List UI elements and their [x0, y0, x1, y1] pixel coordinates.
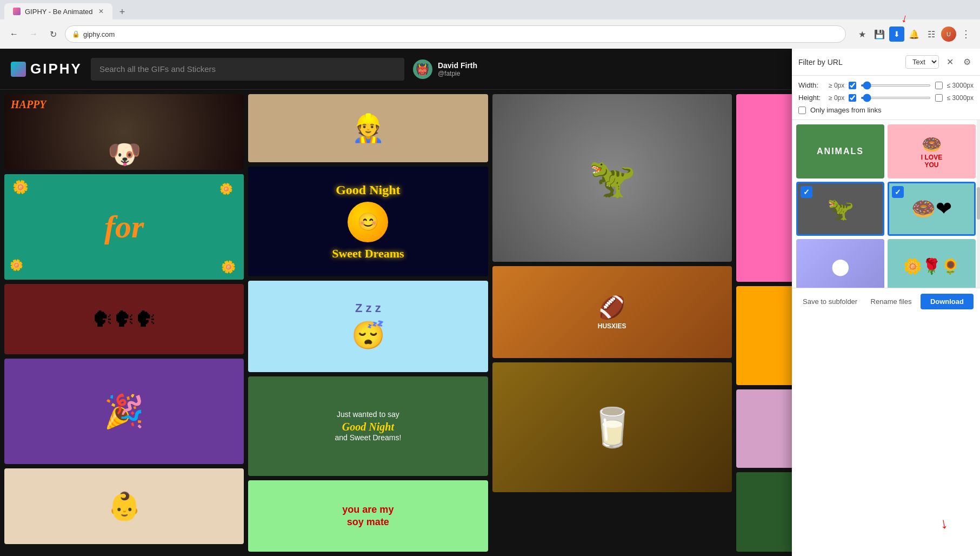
panel-scrollbar[interactable]: [977, 120, 980, 288]
save-page-button[interactable]: 💾: [872, 27, 887, 42]
search-bar[interactable]: Search all the GIFs and Stickers: [91, 58, 404, 81]
panel-image-4[interactable]: 🍩❤ ✓: [888, 182, 976, 236]
turkey-dog-emoji-img: 🦖: [827, 196, 854, 222]
crowd-emoji: 🗣🗣🗣: [92, 307, 157, 332]
user-name: David Firth: [438, 61, 477, 70]
browser-chrome: GIPHY - Be Animated ✕ + ← → ↻ 🔒 giphy.co…: [0, 0, 980, 49]
gif-item-crowd[interactable]: 🗣🗣🗣: [4, 284, 244, 354]
only-links-label: Only images from links: [810, 106, 881, 114]
nav-bar: ← → ↻ 🔒 giphy.com ★ 💾 ⬇ ↓ 🔔 ☷ U ⋮: [0, 19, 980, 49]
width-checkbox[interactable]: [849, 82, 856, 89]
download-button[interactable]: Download: [921, 294, 974, 309]
height-max-checkbox[interactable]: [935, 94, 943, 102]
panel-scrollbar-thumb: [977, 187, 980, 220]
pimg2-bg: 🍩 I LOVE YOU: [888, 124, 976, 178]
gif-item-sleep[interactable]: Z z z 😴: [248, 281, 488, 372]
panel-image-6[interactable]: 🌼🌹🌻: [888, 239, 976, 288]
moon-circle: 😊: [348, 202, 388, 242]
good-night-label: Good Night: [342, 421, 394, 433]
gif-item-basketball[interactable]: 🏈 HUSXIES: [492, 266, 732, 358]
flowers-emoji-img: 🌼🌹🌻: [903, 257, 960, 275]
height-slider[interactable]: [861, 97, 930, 99]
user-profile-button[interactable]: U: [941, 27, 956, 42]
width-filter-row: Width: ≥ 0px ≤ 3000px: [798, 81, 974, 89]
youaremy-text: you are mysoy mate: [342, 504, 394, 529]
height-checkbox[interactable]: [849, 94, 856, 102]
forward-button[interactable]: →: [26, 27, 41, 42]
back-button[interactable]: ←: [6, 27, 22, 42]
giphy-logo[interactable]: GIPHY: [11, 61, 82, 77]
panel-image-1[interactable]: ANIMALS: [796, 124, 884, 178]
donut-love-emoji-img: 🍩❤: [911, 197, 952, 220]
giphy-site: GIPHY Search all the GIFs and Stickers 👹…: [0, 49, 980, 556]
panel-filters: Width: ≥ 0px ≤ 3000px Height: ≥ 0px ≤ 30…: [792, 76, 980, 120]
panel-image-3[interactable]: 🦖 ✓: [796, 182, 884, 236]
width-slider[interactable]: [861, 84, 930, 87]
notifications-button[interactable]: 🔔: [906, 27, 922, 42]
gif-item-happy[interactable]: 🐶 HAPPY: [4, 94, 244, 170]
tab-close[interactable]: ✕: [98, 8, 104, 15]
width-label: Width:: [798, 81, 824, 89]
panel-header: Filter by URL Text ✕ ⚙: [792, 49, 980, 76]
animals-text-img: ANIMALS: [817, 147, 864, 156]
donut-emoji-img: 🍩: [922, 135, 942, 154]
new-tab-btn[interactable]: +: [115, 4, 130, 19]
filter-label: Filter by URL: [798, 58, 901, 67]
gif-column-2: 👷 Good Night 😊 Sweet Dreams Z z z 😴 Just…: [248, 94, 488, 552]
panel-image-2[interactable]: 🍩 I LOVE YOU: [888, 124, 976, 178]
menu-button[interactable]: ⋮: [958, 27, 974, 42]
goodnight-text: Good Night: [336, 183, 400, 197]
gif-column-3: 🦖 🏈 HUSXIES 🥛: [492, 94, 732, 552]
gif-item-baby[interactable]: 👶: [4, 468, 244, 544]
img3-check: ✓: [801, 186, 812, 198]
search-placeholder: Search all the GIFs and Stickers: [99, 64, 216, 74]
gif-column-1: 🐶 HAPPY 🌼 🌼 🌼 🌼 for 🗣🗣🗣 🎉: [4, 94, 244, 552]
gif-item-just-wanted[interactable]: Just wanted to say Good Night and Sweet …: [248, 376, 488, 476]
z-letters: Z z z: [355, 301, 381, 315]
panel-footer: Save to subfolder Rename files Download: [792, 288, 980, 315]
panel-image-grid: ANIMALS 🍩 I LOVE YOU 🦖 ✓: [792, 120, 980, 288]
main-content: GIPHY Search all the GIFs and Stickers 👹…: [0, 49, 980, 556]
gif-item-goodnight[interactable]: Good Night 😊 Sweet Dreams: [248, 167, 488, 276]
gif-item-turkey-dog[interactable]: 🦖: [492, 94, 732, 262]
tab-bar: GIPHY - Be Animated ✕ +: [0, 0, 980, 19]
partial-shape: ⬤: [831, 257, 850, 276]
flowers-decor2: 🌼: [219, 182, 233, 195]
user-handle: @fatpie: [438, 70, 477, 77]
gif-item-turkey-roast[interactable]: 🥛: [492, 362, 732, 492]
turkey-roast-emoji: 🥛: [589, 405, 636, 449]
width-max-checkbox[interactable]: [935, 82, 943, 89]
sidebar-button[interactable]: ☷: [924, 27, 939, 42]
panel-settings-button[interactable]: ⚙: [961, 56, 974, 69]
party-dog-emoji: 🎉: [104, 392, 144, 431]
overlay-panel: Filter by URL Text ✕ ⚙ Width: ≥ 0px ≤ 30…: [792, 49, 980, 556]
rename-files-button[interactable]: Rename files: [866, 294, 916, 309]
panel-close-button[interactable]: ✕: [943, 56, 956, 69]
gif-item-party-dog[interactable]: 🎉: [4, 359, 244, 464]
only-links-checkbox[interactable]: [798, 107, 806, 114]
address-bar[interactable]: 🔒 giphy.com: [65, 25, 846, 43]
save-subfolder-button[interactable]: Save to subfolder: [798, 294, 862, 309]
gif-item-youaremy[interactable]: you are mysoy mate: [248, 480, 488, 552]
filter-type-select[interactable]: Text: [905, 55, 939, 69]
active-tab[interactable]: GIPHY - Be Animated ✕: [4, 3, 112, 19]
panel-image-5[interactable]: ⬤: [796, 239, 884, 288]
turkey-dog-emoji: 🦖: [589, 156, 636, 200]
gif-item-old-woman[interactable]: 👷: [248, 94, 488, 162]
huskies-text: HUSXIES: [598, 322, 626, 330]
bookmark-button[interactable]: ★: [855, 27, 870, 42]
gif-item-for[interactable]: 🌼 🌼 🌼 🌼 for: [4, 174, 244, 280]
extension-button[interactable]: ⬇ ↓: [889, 27, 904, 42]
love-text-img: I LOVE: [921, 154, 942, 161]
tab-title: GIPHY - Be Animated: [25, 8, 93, 16]
width-min-label: ≥ 0px: [829, 82, 844, 89]
img4-check: ✓: [892, 186, 904, 198]
flowers-decor4: 🌼: [221, 260, 236, 274]
user-avatar: 👹: [413, 59, 432, 79]
height-min-label: ≥ 0px: [829, 94, 844, 102]
height-label: Height:: [798, 94, 824, 102]
pimg6-bg: 🌼🌹🌻: [888, 239, 976, 288]
user-info: 👹 David Firth @fatpie: [413, 59, 477, 79]
reload-button[interactable]: ↻: [45, 27, 61, 42]
basketball-emoji: 🏈: [598, 295, 625, 320]
